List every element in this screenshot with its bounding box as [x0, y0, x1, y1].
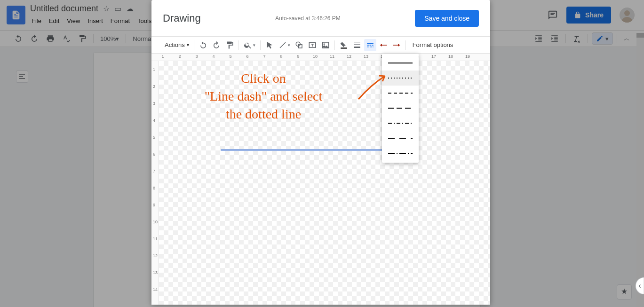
- ruler-number: 10: [313, 54, 318, 59]
- shape-tool-icon[interactable]: [293, 39, 305, 51]
- line-weight-icon[interactable]: [351, 39, 363, 51]
- ruler-number: 10: [153, 220, 158, 224]
- line-tool-icon[interactable]: ▾: [277, 39, 292, 51]
- image-tool-icon[interactable]: [319, 39, 332, 51]
- ruler-number: 4: [153, 118, 155, 123]
- svg-rect-10: [367, 43, 374, 44]
- save-and-close-button[interactable]: Save and close: [415, 10, 479, 27]
- svg-rect-16: [370, 47, 371, 47]
- ruler-number: 13: [153, 270, 158, 275]
- ruler-number: 19: [465, 54, 470, 59]
- dash-option-short-dash[interactable]: [382, 86, 419, 101]
- ruler-number: 5: [229, 54, 231, 59]
- svg-rect-11: [367, 45, 369, 46]
- dash-option-dotted[interactable]: [382, 71, 419, 86]
- ruler-number: 4: [212, 54, 215, 59]
- ruler-number: 9: [297, 54, 299, 59]
- drawing-modal: Drawing Auto-saved at 3:46:26 PM Save an…: [151, 0, 490, 305]
- vertical-ruler-drawing: 1234567891011121314: [151, 61, 159, 305]
- ruler-number: 3: [195, 54, 198, 59]
- svg-rect-15: [368, 47, 369, 47]
- line-start-icon[interactable]: [377, 39, 390, 51]
- autosave-status: Auto-saved at 3:46:26 PM: [201, 15, 415, 22]
- ruler-number: 7: [153, 169, 155, 173]
- drawn-line-object[interactable]: [221, 150, 409, 150]
- horizontal-ruler-drawing: 12345678910111213141516171819: [151, 54, 490, 61]
- drawing-title: Drawing: [163, 12, 201, 24]
- dash-option-solid[interactable]: [382, 55, 419, 71]
- ruler-number: 2: [153, 84, 155, 89]
- ruler-number: 13: [364, 54, 368, 59]
- ruler-number: 7: [263, 54, 265, 59]
- svg-rect-9: [354, 47, 360, 48]
- ruler-number: 1: [153, 67, 155, 72]
- svg-rect-17: [371, 47, 372, 47]
- redo-icon[interactable]: [210, 39, 223, 51]
- select-tool-icon[interactable]: [263, 39, 276, 51]
- ruler-number: 11: [153, 236, 158, 241]
- ruler-number: 12: [347, 54, 351, 59]
- format-options-button[interactable]: Format options: [409, 41, 457, 48]
- svg-rect-7: [354, 42, 360, 43]
- ruler-number: 18: [448, 54, 453, 59]
- undo-icon[interactable]: [197, 39, 209, 51]
- ruler-number: 14: [153, 287, 158, 292]
- dash-option-long-dash-gap[interactable]: [382, 131, 419, 146]
- ruler-number: 2: [178, 54, 181, 59]
- ruler-number: 8: [153, 186, 155, 190]
- svg-rect-6: [341, 47, 347, 48]
- ruler-number: 11: [330, 54, 334, 59]
- dash-option-long-dash-dot[interactable]: [382, 146, 419, 161]
- line-end-icon[interactable]: [390, 39, 403, 51]
- svg-point-5: [323, 43, 325, 45]
- ruler-number: 17: [431, 54, 436, 59]
- ruler-number: 12: [153, 253, 158, 258]
- dash-option-dash-dot[interactable]: [382, 116, 419, 131]
- zoom-icon[interactable]: ▾: [242, 39, 257, 51]
- actions-menu[interactable]: Actions▾: [163, 41, 191, 48]
- textbox-tool-icon[interactable]: [306, 39, 318, 51]
- dash-option-long-dash[interactable]: [382, 101, 419, 116]
- drawing-modal-header: Drawing Auto-saved at 3:46:26 PM Save an…: [151, 0, 490, 37]
- svg-rect-14: [367, 47, 368, 47]
- ruler-number: 9: [153, 203, 155, 207]
- drawing-toolbar: Actions▾ ▾ ▾ Format options: [151, 37, 490, 54]
- drawing-canvas[interactable]: [159, 61, 490, 305]
- line-dash-dropdown: [382, 54, 419, 163]
- ruler-number: 5: [153, 135, 155, 140]
- ruler-number: 1: [161, 54, 164, 59]
- ruler-number: 6: [153, 152, 155, 157]
- line-color-icon[interactable]: [338, 39, 350, 51]
- svg-rect-12: [369, 45, 371, 46]
- svg-rect-18: [373, 47, 374, 47]
- paint-format-icon[interactable]: [223, 39, 236, 51]
- line-dash-icon[interactable]: [364, 39, 376, 51]
- svg-rect-8: [354, 44, 360, 45]
- ruler-number: 3: [153, 101, 155, 106]
- ruler-number: 6: [246, 54, 248, 59]
- svg-rect-13: [372, 45, 373, 46]
- ruler-number: 8: [280, 54, 282, 59]
